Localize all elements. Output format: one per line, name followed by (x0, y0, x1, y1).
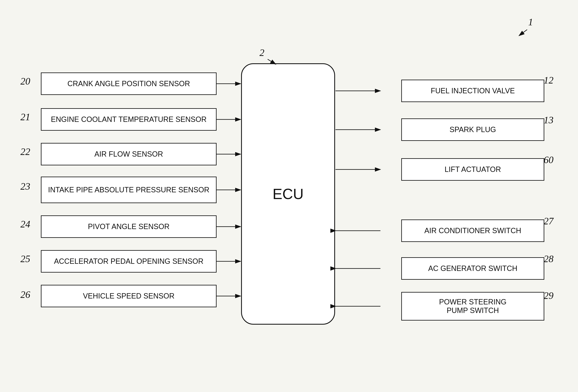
diagram-container: 1 2 ECU 20 CRANK ANGLE POSITION SENSOR 2… (0, 0, 578, 392)
box-air-conditioner: AIR CONDITIONER SWITCH (401, 219, 544, 242)
box-ac-generator: AC GENERATOR SWITCH (401, 257, 544, 280)
ref-60: 60 (544, 154, 553, 165)
ref-23: 23 (20, 181, 30, 192)
ref-22: 22 (20, 146, 30, 157)
ref-25: 25 (20, 253, 30, 264)
box-pivot-angle: PIVOT ANGLE SENSOR (41, 216, 217, 238)
box-spark-plug: SPARK PLUG (401, 118, 544, 141)
ref-29: 29 (544, 290, 553, 301)
box-vehicle-speed: VEHICLE SPEED SENSOR (41, 285, 217, 307)
box-fuel-injection: FUEL INJECTION VALVE (401, 80, 544, 102)
ref-26: 26 (20, 289, 30, 300)
ref-24: 24 (20, 218, 30, 230)
ref-13: 13 (544, 114, 553, 126)
svg-line-15 (519, 30, 527, 36)
ref-2: 2 (259, 47, 264, 58)
ecu-box: ECU (241, 63, 335, 325)
ref-28: 28 (544, 253, 553, 264)
ref-27: 27 (544, 216, 553, 227)
ecu-label: ECU (273, 186, 304, 202)
box-power-steering: POWER STEERING PUMP SWITCH (401, 292, 544, 321)
ref-20: 20 (20, 76, 30, 87)
box-engine-coolant: ENGINE COOLANT TEMPERATURE SENSOR (41, 108, 217, 131)
ref-21: 21 (20, 111, 30, 123)
ref-1: 1 (528, 16, 533, 28)
box-lift-actuator: LIFT ACTUATOR (401, 158, 544, 181)
box-air-flow: AIR FLOW SENSOR (41, 143, 217, 165)
ref-12: 12 (544, 75, 553, 86)
box-accelerator: ACCELERATOR PEDAL OPENING SENSOR (41, 250, 217, 273)
box-crank-angle: CRANK ANGLE POSITION SENSOR (41, 73, 217, 95)
box-intake-pipe: INTAKE PIPE ABSOLUTE PRESSURE SENSOR (41, 176, 217, 203)
